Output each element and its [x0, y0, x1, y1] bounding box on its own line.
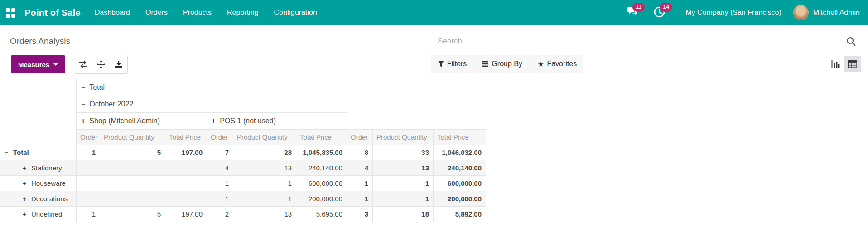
star-icon: ★	[538, 61, 544, 68]
flip-axis-icon[interactable]	[74, 55, 92, 73]
search-facets: Filters Group By ★ Favorites	[431, 55, 583, 73]
expand-icon[interactable]: +	[21, 195, 28, 203]
pivot-table-container: −Total −October 2022 +Shop (Mitchell Adm…	[0, 79, 868, 222]
col-month-label: October 2022	[89, 100, 133, 108]
pivot-header-spacer	[347, 79, 486, 130]
pivot-cell	[77, 191, 100, 207]
expand-all-icon[interactable]	[92, 55, 110, 73]
menu-orders[interactable]: Orders	[138, 0, 175, 25]
row-label: Stationery	[31, 164, 62, 172]
pivot-row-total: −Total15197.007281,045,835.008331,046,03…	[0, 145, 486, 160]
pivot-cell: 1	[347, 191, 373, 207]
pivot-cell: 1	[373, 191, 434, 207]
expand-icon[interactable]: +	[21, 210, 28, 218]
menu-configuration[interactable]: Configuration	[266, 0, 324, 25]
pivot-cell: 1	[373, 176, 434, 191]
pivot-cell: 28	[233, 145, 296, 160]
app-brand[interactable]: Point of Sale	[21, 8, 87, 18]
pivot-cell: 13	[233, 160, 296, 176]
pivot-cell: 3	[347, 207, 373, 222]
pivot-cell: 33	[373, 145, 434, 160]
expand-icon[interactable]: +	[21, 164, 28, 172]
pivot-cell	[165, 160, 207, 176]
group-by-button[interactable]: Group By	[482, 60, 522, 68]
pivot-cell: 7	[207, 145, 233, 160]
measure-total-price[interactable]: Total Price	[296, 130, 347, 145]
pivot-cell: 200,000.00	[434, 191, 486, 207]
apps-menu-icon[interactable]	[0, 0, 21, 25]
row-header-total[interactable]: −Total	[0, 145, 77, 160]
collapse-icon[interactable]: −	[81, 100, 85, 108]
messages-icon[interactable]: 11	[626, 6, 640, 19]
measure-product-quantity[interactable]: Product Quantity	[100, 130, 165, 145]
group-by-icon	[482, 61, 488, 67]
pivot-toolbar	[74, 55, 128, 74]
measure-order[interactable]: Order	[207, 130, 233, 145]
menu-reporting[interactable]: Reporting	[219, 0, 266, 25]
activities-icon[interactable]: 14	[653, 6, 667, 19]
measures-button[interactable]: Measures	[11, 55, 65, 73]
measure-order[interactable]: Order	[347, 130, 373, 145]
pivot-cell: 1	[77, 207, 100, 222]
measure-total-price[interactable]: Total Price	[165, 130, 207, 145]
pivot-corner-cell	[0, 79, 77, 145]
filter-icon	[438, 61, 444, 67]
pivot-cell: 197.00	[165, 207, 207, 222]
pivot-cell: 1	[207, 191, 233, 207]
search-input[interactable]	[438, 37, 846, 46]
col-pos1-label: POS 1 (not used)	[220, 117, 276, 125]
pivot-cell	[100, 160, 165, 176]
row-header-stationery[interactable]: +Stationery	[0, 160, 77, 176]
download-icon[interactable]	[110, 55, 127, 73]
row-header-undefined[interactable]: +Undefined	[0, 207, 77, 222]
search-bar[interactable]	[431, 34, 859, 51]
col-header-total[interactable]: −Total	[77, 79, 347, 96]
collapse-icon[interactable]: −	[81, 83, 85, 91]
col-header-pos1[interactable]: +POS 1 (not used)	[207, 113, 347, 130]
row-header-houseware[interactable]: +Houseware	[0, 176, 77, 191]
pivot-cell: 240,140.00	[434, 160, 486, 176]
filters-button[interactable]: Filters	[438, 60, 467, 68]
menu-products[interactable]: Products	[175, 0, 219, 25]
col-shop-label: Shop (Mitchell Admin)	[89, 117, 160, 125]
measure-total-price[interactable]: Total Price	[434, 130, 486, 145]
pivot-table: −Total −October 2022 +Shop (Mitchell Adm…	[0, 79, 486, 222]
pivot-cell	[165, 191, 207, 207]
expand-icon[interactable]: +	[81, 117, 85, 125]
collapse-icon[interactable]: −	[3, 149, 10, 156]
pivot-cell	[100, 191, 165, 207]
col-total-label: Total	[89, 83, 105, 91]
pivot-cell: 200,000.00	[296, 191, 347, 207]
row-header-decorations[interactable]: +Decorations	[0, 191, 77, 207]
pivot-cell: 1,046,032.00	[434, 145, 486, 160]
pivot-cell: 1	[77, 145, 100, 160]
favorites-button[interactable]: ★ Favorites	[538, 60, 577, 68]
search-icon[interactable]	[846, 36, 856, 46]
measure-order[interactable]: Order	[77, 130, 100, 145]
company-switcher[interactable]: My Company (San Francisco)	[685, 9, 781, 17]
pivot-cell: 13	[233, 207, 296, 222]
pivot-cell: 5	[100, 145, 165, 160]
bar-chart-view-button[interactable]	[827, 56, 844, 72]
pivot-cell: 8	[347, 145, 373, 160]
col-header-month[interactable]: −October 2022	[77, 96, 347, 113]
menu-dashboard[interactable]: Dashboard	[87, 0, 138, 25]
pivot-cell: 1,045,835.00	[296, 145, 347, 160]
expand-icon[interactable]: +	[212, 117, 216, 125]
pivot-view-button[interactable]	[844, 56, 861, 72]
expand-icon[interactable]: +	[21, 179, 28, 187]
measure-product-quantity[interactable]: Product Quantity	[373, 130, 434, 145]
col-header-shop[interactable]: +Shop (Mitchell Admin)	[77, 113, 207, 130]
measure-product-quantity[interactable]: Product Quantity	[233, 130, 296, 145]
pivot-cell: 2	[207, 207, 233, 222]
pivot-cell: 13	[373, 160, 434, 176]
pivot-cell: 1	[207, 176, 233, 191]
user-menu[interactable]: Mitchell Admin	[793, 5, 860, 20]
pivot-cell: 1	[233, 191, 296, 207]
pivot-cell: 5,695.00	[296, 207, 347, 222]
row-label: Total	[13, 149, 29, 156]
row-label: Decorations	[31, 195, 68, 203]
search-zone	[431, 34, 859, 51]
group-by-label: Group By	[492, 60, 522, 68]
pivot-cell	[77, 176, 100, 191]
